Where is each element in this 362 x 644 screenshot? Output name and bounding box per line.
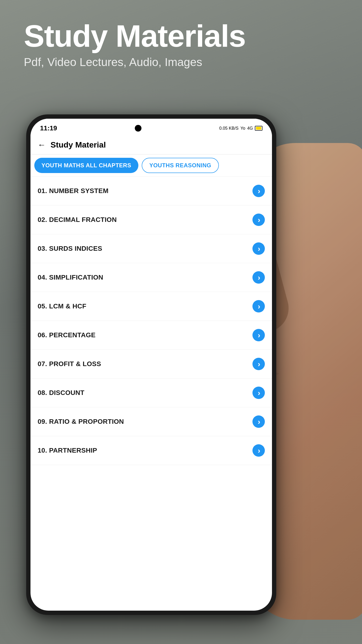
chapter-label: 01. NUMBER SYSTEM — [38, 187, 109, 195]
list-item[interactable]: 09. RATIO & PROPORTION — [30, 407, 272, 436]
chapter-label: 08. DISCOUNT — [38, 389, 84, 396]
chevron-right-icon — [252, 358, 265, 370]
chevron-right-icon — [252, 300, 265, 312]
chapter-label: 09. RATIO & PROPORTION — [38, 418, 124, 426]
app-title: Study Material — [50, 140, 106, 150]
chevron-right-icon — [252, 185, 265, 197]
chapter-label: 02. DECIMAL FRACTION — [38, 216, 117, 224]
chevron-right-icon — [252, 214, 265, 226]
list-item[interactable]: 08. DISCOUNT — [30, 378, 272, 407]
tab-youth-maths[interactable]: YOUTH MATHS ALL CHAPTERS — [34, 158, 138, 173]
header-area: Study Materials Pdf, Video Lectures, Aud… — [24, 19, 246, 69]
list-item[interactable]: 02. DECIMAL FRACTION — [30, 206, 272, 234]
phone-container: 11:19 0.05 KB/S Yo 4G ← Study Material Y… — [26, 114, 276, 615]
list-item[interactable]: 01. NUMBER SYSTEM — [30, 176, 272, 206]
chapter-list: 01. NUMBER SYSTEM02. DECIMAL FRACTION03.… — [30, 176, 272, 465]
chapter-label: 06. PERCENTAGE — [38, 331, 95, 339]
battery-fill — [256, 127, 261, 130]
chevron-right-icon — [252, 271, 265, 284]
status-time: 11:19 — [40, 124, 57, 132]
chapter-label: 10. PARTNERSHIP — [38, 447, 97, 454]
chevron-right-icon — [252, 416, 265, 428]
app-header: ← Study Material — [30, 136, 272, 154]
chevron-right-icon — [252, 444, 265, 457]
carrier-label: Yo — [241, 126, 245, 131]
chevron-right-icon — [252, 329, 265, 341]
list-item[interactable]: 05. LCM & HCF — [30, 292, 272, 321]
network-type: 4G — [247, 126, 253, 131]
chapter-label: 03. SURDS INDICES — [38, 245, 102, 252]
tab-youths-reasoning[interactable]: YOUTHS REASONING — [142, 158, 219, 173]
chevron-right-icon — [252, 386, 265, 399]
data-speed: 0.05 KB/S — [219, 126, 239, 131]
chapter-label: 05. LCM & HCF — [38, 302, 86, 310]
tab-bar: YOUTH MATHS ALL CHAPTERS YOUTHS REASONIN… — [30, 154, 272, 176]
status-bar: 11:19 0.05 KB/S Yo 4G — [30, 119, 272, 136]
main-title: Study Materials — [24, 19, 246, 53]
back-button[interactable]: ← — [38, 140, 46, 150]
chapter-label: 07. PROFIT & LOSS — [38, 360, 101, 368]
chapter-label: 04. SIMPLIFICATION — [38, 274, 103, 281]
list-item[interactable]: 10. PARTNERSHIP — [30, 436, 272, 465]
list-item[interactable]: 04. SIMPLIFICATION — [30, 263, 272, 292]
chevron-right-icon — [252, 242, 265, 255]
front-camera — [135, 125, 141, 132]
status-icons: 0.05 KB/S Yo 4G — [219, 126, 263, 131]
list-item[interactable]: 03. SURDS INDICES — [30, 234, 272, 263]
list-item[interactable]: 06. PERCENTAGE — [30, 321, 272, 350]
list-item[interactable]: 07. PROFIT & LOSS — [30, 350, 272, 378]
battery-icon — [255, 126, 263, 130]
phone-screen: 11:19 0.05 KB/S Yo 4G ← Study Material Y… — [30, 119, 272, 611]
main-subtitle: Pdf, Video Lectures, Audio, Images — [24, 56, 246, 69]
